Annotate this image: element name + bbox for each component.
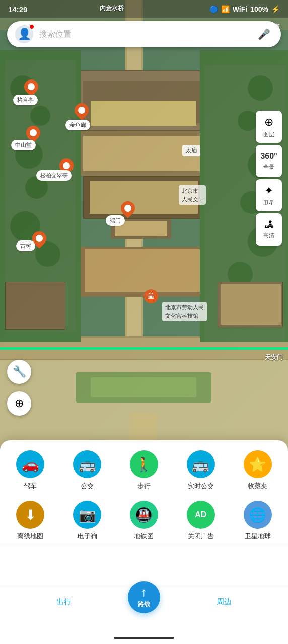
label-gushu: 古树 [16,240,35,251]
map-area[interactable] [0,0,288,453]
wrench-icon: 🔧 [13,365,26,378]
map-controls: ⊕ 图层 360° 全景 ✦ 卫星 🏞 高清 [256,111,282,246]
wrench-button[interactable]: 🔧 [7,360,31,384]
layers-control[interactable]: ⊕ 图层 [256,111,282,143]
avatar-badge [29,24,34,29]
search-placeholder[interactable]: 搜索位置 [39,29,249,40]
panorama-icon: 360° [260,152,277,161]
label-tiananmen-street: 天安门 [265,353,283,362]
label-gezanting: 格言亭 [13,95,38,105]
wifi-icon: WiFi [233,5,247,13]
route-center-btn[interactable]: ↑ 路线 [128,581,160,613]
panorama-control[interactable]: 360° 全景 [256,145,282,177]
satellite-control[interactable]: ✦ 卫星 [256,179,282,211]
realtime-bus-icon: 🚌 [187,450,215,478]
label-peoples-palace: 北京市人民文... [179,185,206,205]
battery-icon: 100% [250,5,268,13]
walk-btn[interactable]: 🚶 步行 [119,450,170,491]
label-zhongshantang: 中山堂 [11,140,36,150]
marker-cultural-palace: 🏛 [144,289,158,303]
label-jinyulang: 金鱼廊 [65,120,90,130]
label-duanmen: 端门 [106,215,125,226]
status-icons: 🔵 📶 WiFi 100% ⚡ [209,5,280,13]
offline-map-btn[interactable]: ⬇ 离线地图 [5,501,56,541]
voice-icon[interactable]: 🎤 [255,25,273,43]
electronic-dog-icon: 📷 [73,501,101,529]
close-ads-btn[interactable]: AD 关闭广告 [175,501,226,541]
label-taimiao: 太庙 [182,145,200,156]
marker-zhongshantang [26,126,40,140]
marker-duanmen [121,201,135,215]
route-up-icon: ↑ [141,585,147,599]
marker-gezanting [24,79,38,94]
bottom-panel: 🚗 驾车 🚌 公交 🚶 步行 🚌 实时公交 ⭐ 收藏夹 ⬇ 离线地图 📷 电子狗 [0,440,288,644]
avatar[interactable]: 👤 [15,25,33,43]
notification-icon: 🔵 [209,5,218,13]
travel-tab[interactable]: 出行 [0,586,128,618]
bottom-nav: 出行 ↑ 路线 周边 [0,586,288,618]
home-indicator [114,637,174,639]
close-ads-icon: AD [187,501,215,529]
subway-icon: 🚇 [130,501,158,529]
bus-icon: 🚌 [73,450,101,478]
location-button[interactable]: ⊕ [7,391,31,416]
layers-icon: ⊕ [264,116,273,129]
drive-icon: 🚗 [16,450,44,478]
satellite-icon: ✦ [264,184,273,197]
panel-divider [0,546,288,546]
signal-icon: 📶 [221,5,230,13]
walk-icon: 🚶 [130,450,158,478]
favorites-icon: ⭐ [244,450,272,478]
drive-btn[interactable]: 🚗 驾车 [5,450,56,491]
status-time: 14:29 [8,5,27,14]
electronic-dog-btn[interactable]: 📷 电子狗 [62,501,113,541]
marker-jinyulang [75,103,89,117]
status-bar: 14:29 🔵 📶 WiFi 100% ⚡ [0,0,288,18]
hd-control[interactable]: 🏞 高清 [256,213,282,246]
satellite-earth-icon: 🌐 [244,501,272,529]
subway-btn[interactable]: 🚇 地铁图 [119,501,170,541]
offline-map-icon: ⬇ [16,501,44,529]
label-songbai: 松柏交翠亭 [36,170,72,181]
hd-icon: 🏞 [264,219,273,230]
route-center-area: ↑ 路线 [128,591,160,613]
favorites-btn[interactable]: ⭐ 收藏夹 [232,450,283,491]
realtime-bus-btn[interactable]: 🚌 实时公交 [175,450,226,491]
label-cultural-palace-museum: 北京市劳动人民文化宫科技馆 [162,302,207,321]
search-bar[interactable]: 👤 搜索位置 🎤 [7,21,281,47]
label-neijinshui: 内金水桥 [100,4,124,13]
bus-btn[interactable]: 🚌 公交 [62,450,113,491]
satellite-earth-btn[interactable]: 🌐 卫星地球 [232,501,283,541]
nearby-tab[interactable]: 周边 [160,586,288,618]
compass-icon: ⊕ [15,397,24,410]
charging-icon: ⚡ [271,5,280,13]
bottom-grid: 🚗 驾车 🚌 公交 🚶 步行 🚌 实时公交 ⭐ 收藏夹 ⬇ 离线地图 📷 电子狗 [0,440,288,546]
